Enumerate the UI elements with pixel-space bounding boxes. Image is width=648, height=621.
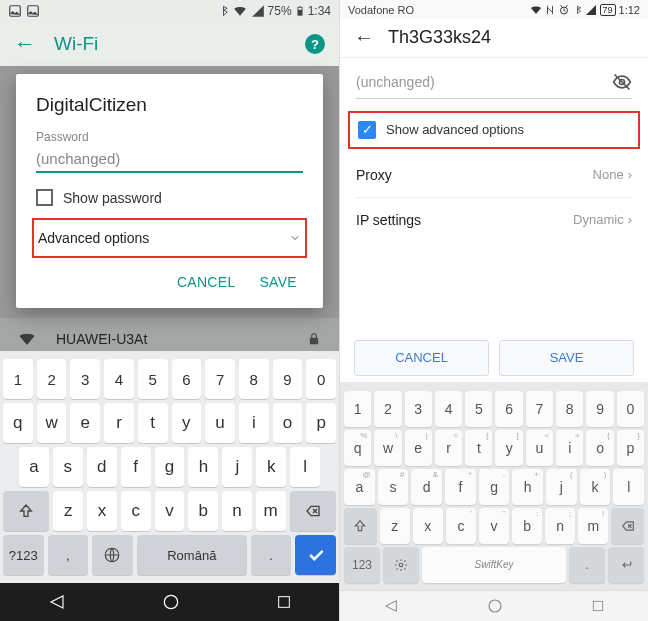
key-l[interactable]: l: [290, 447, 320, 487]
key-r[interactable]: r=: [435, 430, 462, 466]
key-2[interactable]: 2: [37, 359, 67, 399]
period-key[interactable]: .: [569, 547, 605, 583]
key-5[interactable]: 5: [138, 359, 168, 399]
nav-recent-icon[interactable]: [276, 594, 292, 610]
symbols-key[interactable]: 123: [344, 547, 380, 583]
key-o[interactable]: o{: [586, 430, 613, 466]
key-x[interactable]: x: [87, 491, 117, 531]
symbols-key[interactable]: ?123: [3, 535, 44, 575]
globe-key[interactable]: [92, 535, 133, 575]
key-l[interactable]: l: [613, 469, 644, 505]
key-7[interactable]: 7: [205, 359, 235, 399]
nav-back-icon[interactable]: [48, 593, 66, 611]
key-1[interactable]: 1: [344, 391, 371, 427]
save-button[interactable]: SAVE: [259, 274, 297, 290]
settings-key[interactable]: [383, 547, 419, 583]
key-w[interactable]: w: [37, 403, 67, 443]
key-h[interactable]: h+: [512, 469, 543, 505]
key-f[interactable]: f: [121, 447, 151, 487]
nav-recent-icon[interactable]: [591, 599, 605, 613]
password-input[interactable]: [36, 146, 303, 173]
help-icon[interactable]: ?: [305, 34, 325, 54]
keyboard[interactable]: 1234567890 q%w\e|r=t[y]u<i>o{p} a@s#d&f*…: [340, 382, 648, 590]
show-advanced-checkbox[interactable]: ✓ Show advanced options: [358, 121, 630, 139]
key-k[interactable]: k): [580, 469, 611, 505]
key-s[interactable]: s#: [378, 469, 409, 505]
key-p[interactable]: p}: [617, 430, 644, 466]
key-3[interactable]: 3: [405, 391, 432, 427]
show-password-checkbox[interactable]: Show password: [36, 189, 303, 206]
key-f[interactable]: f*: [445, 469, 476, 505]
key-r[interactable]: r: [104, 403, 134, 443]
key-7[interactable]: 7: [526, 391, 553, 427]
key-8[interactable]: 8: [239, 359, 269, 399]
key-v[interactable]: v": [479, 508, 509, 544]
key-a[interactable]: a: [19, 447, 49, 487]
key-d[interactable]: d&: [411, 469, 442, 505]
key-x[interactable]: x: [413, 508, 443, 544]
key-q[interactable]: q: [3, 403, 33, 443]
key-9[interactable]: 9: [273, 359, 303, 399]
key-b[interactable]: b: [188, 491, 218, 531]
key-6[interactable]: 6: [495, 391, 522, 427]
backspace-key[interactable]: [290, 491, 336, 531]
password-row[interactable]: (unchanged): [340, 58, 648, 98]
key-k[interactable]: k: [256, 447, 286, 487]
nav-home-icon[interactable]: [486, 597, 504, 615]
key-w[interactable]: w\: [374, 430, 401, 466]
cancel-button[interactable]: CANCEL: [354, 340, 489, 376]
key-3[interactable]: 3: [70, 359, 100, 399]
key-n[interactable]: n: [222, 491, 252, 531]
proxy-setting[interactable]: Proxy None›: [340, 153, 648, 197]
key-6[interactable]: 6: [172, 359, 202, 399]
key-j[interactable]: j: [222, 447, 252, 487]
key-g[interactable]: g: [155, 447, 185, 487]
spacebar[interactable]: SwiftKey: [422, 547, 566, 583]
key-e[interactable]: e|: [405, 430, 432, 466]
ip-setting[interactable]: IP settings Dynamic›: [340, 198, 648, 242]
nav-back-icon[interactable]: [383, 598, 399, 614]
key-s[interactable]: s: [53, 447, 83, 487]
backspace-key[interactable]: [611, 508, 644, 544]
shift-key[interactable]: [3, 491, 49, 531]
spacebar[interactable]: Română: [137, 535, 247, 575]
key-b[interactable]: b:: [512, 508, 542, 544]
key-i[interactable]: i>: [556, 430, 583, 466]
key-c[interactable]: c: [121, 491, 151, 531]
key-i[interactable]: i: [239, 403, 269, 443]
key-0[interactable]: 0: [617, 391, 644, 427]
key-z[interactable]: z: [53, 491, 83, 531]
key-v[interactable]: v: [155, 491, 185, 531]
key-u[interactable]: u: [205, 403, 235, 443]
key-t[interactable]: t[: [465, 430, 492, 466]
key-0[interactable]: 0: [306, 359, 336, 399]
enter-key[interactable]: [608, 547, 644, 583]
nav-home-icon[interactable]: [161, 592, 181, 612]
keyboard[interactable]: 1234567890 qwertyuiop asdfghjkl zxcvbnm …: [0, 351, 339, 583]
key-h[interactable]: h: [188, 447, 218, 487]
key-m[interactable]: m!: [578, 508, 608, 544]
key-u[interactable]: u<: [526, 430, 553, 466]
key-c[interactable]: c': [446, 508, 476, 544]
eye-off-icon[interactable]: [612, 72, 632, 92]
key-o[interactable]: o: [273, 403, 303, 443]
key-j[interactable]: j(: [546, 469, 577, 505]
shift-key[interactable]: [344, 508, 377, 544]
key-t[interactable]: t: [138, 403, 168, 443]
key-e[interactable]: e: [70, 403, 100, 443]
enter-key[interactable]: [295, 535, 336, 575]
period-key[interactable]: .: [251, 535, 292, 575]
key-d[interactable]: d: [87, 447, 117, 487]
key-4[interactable]: 4: [435, 391, 462, 427]
key-g[interactable]: g-: [479, 469, 510, 505]
key-z[interactable]: z: [380, 508, 410, 544]
key-8[interactable]: 8: [556, 391, 583, 427]
key-y[interactable]: y]: [495, 430, 522, 466]
key-5[interactable]: 5: [465, 391, 492, 427]
cancel-button[interactable]: CANCEL: [177, 274, 236, 290]
save-button[interactable]: SAVE: [499, 340, 634, 376]
back-arrow-icon[interactable]: ←: [14, 31, 36, 57]
key-y[interactable]: y: [172, 403, 202, 443]
advanced-options-dropdown[interactable]: Advanced options: [34, 220, 305, 256]
key-2[interactable]: 2: [374, 391, 401, 427]
